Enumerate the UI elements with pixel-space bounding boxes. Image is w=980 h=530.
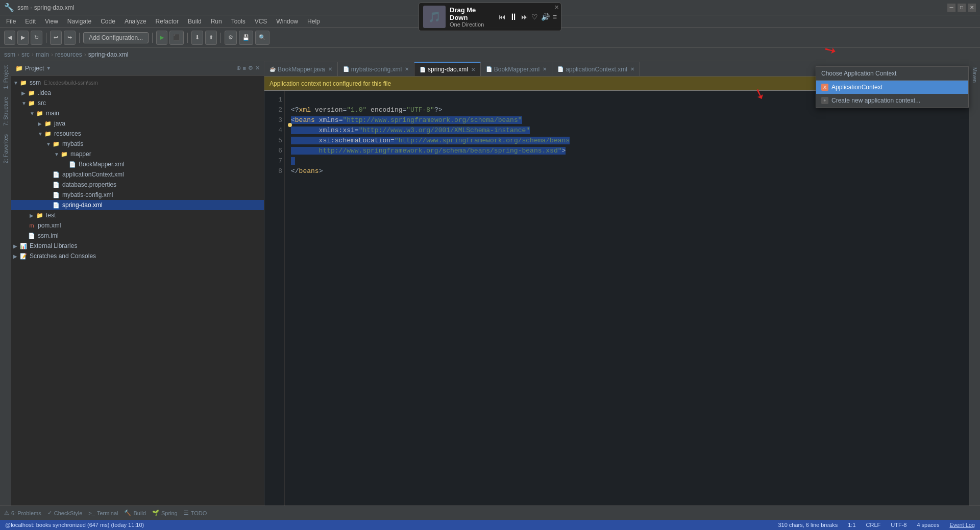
menu-navigate[interactable]: Navigate — [63, 17, 95, 26]
tree-item-pom[interactable]: ▶ m pom.xml — [11, 220, 264, 231]
menu-build[interactable]: Build — [184, 17, 206, 26]
tree-item-idea[interactable]: ▶ 📁 .idea — [11, 88, 264, 98]
menu-run[interactable]: Run — [207, 17, 226, 26]
minimize-button[interactable]: ─ — [947, 4, 955, 12]
code-line-3: xmlns:xsi="http://www.w3.org/2001/XMLSch… — [291, 127, 530, 134]
back-button[interactable]: ◀ — [4, 31, 15, 45]
music-heart-button[interactable]: ♡ — [531, 13, 538, 21]
project-dropdown-icon[interactable]: ▼ — [46, 65, 51, 71]
menu-code[interactable]: Code — [96, 17, 119, 26]
tree-item-mybatis[interactable]: ▼ 📁 mybatis — [11, 139, 264, 149]
tree-item-mybatis-config[interactable]: ▶ 📄 mybatis-config.xml — [11, 190, 264, 200]
tree-item-ext-libs[interactable]: ▶ 📊 External Libraries — [11, 241, 264, 251]
music-menu-button[interactable]: ≡ — [553, 13, 557, 21]
menu-analyze[interactable]: Analyze — [120, 17, 151, 26]
music-next-button[interactable]: ⏭ — [521, 13, 528, 21]
dropdown-item-applicationContext[interactable]: X ApplicationContext — [816, 81, 968, 94]
warning-text: Application context not configured for t… — [270, 80, 391, 87]
tree-item-spring-dao[interactable]: ▶ 📄 spring-dao.xml — [11, 200, 264, 210]
tree-item-appContext[interactable]: ▶ 📄 applicationContext.xml — [11, 169, 264, 180]
tab-close-BookMapper-xml[interactable]: ✕ — [543, 66, 547, 72]
menu-edit[interactable]: Edit — [21, 17, 40, 26]
tree-item-resources[interactable]: ▼ 📁 resources — [11, 129, 264, 139]
menu-refactor[interactable]: Refactor — [152, 17, 183, 26]
breadcrumb-ssm[interactable]: ssm — [4, 51, 15, 58]
tree-label-mapper: mapper — [70, 150, 91, 158]
checkstyle-tab[interactable]: ✓ CheckStyle — [47, 510, 83, 516]
tree-label-ssm-iml: ssm.iml — [38, 232, 59, 239]
menu-tools[interactable]: Tools — [227, 17, 250, 26]
add-configuration-button[interactable]: Add Configuration... — [83, 32, 149, 43]
tree-item-bookMapper-xml[interactable]: ▶ 📄 BookMapper.xml — [11, 159, 264, 169]
maven-panel-label[interactable]: Maven — [972, 63, 977, 87]
tab-BookMapper-xml[interactable]: 📄 BookMapper.xml ✕ — [481, 62, 552, 76]
breadcrumb-resources[interactable]: resources — [55, 51, 82, 58]
spring-tab[interactable]: 🌱 Spring — [152, 510, 178, 516]
debug-button[interactable]: ⬛ — [169, 31, 184, 45]
tab-close-spring-dao[interactable]: ✕ — [471, 67, 475, 72]
vcs-button[interactable]: ⬇ — [191, 31, 203, 45]
music-volume-button[interactable]: 🔊 — [541, 13, 550, 21]
code-content[interactable]: <?xml version="1.0" encoding="UTF-8"?> <… — [285, 91, 969, 506]
dropdown-item-create-new[interactable]: + Create new application context... — [816, 94, 968, 107]
breadcrumb-src[interactable]: src — [21, 51, 30, 58]
folder-icon-mapper: 📁 — [60, 150, 68, 158]
music-close-button[interactable]: ✕ — [554, 4, 559, 11]
close-button[interactable]: ✕ — [968, 4, 976, 12]
menu-file[interactable]: File — [2, 17, 20, 26]
project-locate-button[interactable]: ⊕ — [236, 65, 241, 71]
tab-close-mybatis-config[interactable]: ✕ — [405, 66, 409, 72]
run-button[interactable]: ▶ — [156, 31, 167, 45]
settings-button[interactable]: ⚙ — [225, 31, 237, 45]
tree-item-scratches[interactable]: ▶ 📝 Scratches and Consoles — [11, 251, 264, 261]
undo-button[interactable]: ↩ — [50, 31, 62, 45]
project-settings-button[interactable]: ⚙ — [248, 65, 253, 71]
code-editor: 1 2 3 4 5 6 7 8 <?xml version="1.0" enco… — [264, 91, 969, 506]
todo-tab[interactable]: ☰ TODO — [184, 510, 207, 516]
tree-item-src[interactable]: ▼ 📁 src — [11, 98, 264, 108]
menu-vcs[interactable]: VCS — [251, 17, 272, 26]
breadcrumb-file[interactable]: spring-dao.xml — [88, 51, 129, 58]
tree-item-database-props[interactable]: ▶ 📄 database.properties — [11, 180, 264, 190]
maximize-button[interactable]: □ — [958, 4, 966, 12]
tree-item-mapper[interactable]: ▼ 📁 mapper — [11, 149, 264, 159]
app-logo: 🔧 — [4, 3, 14, 12]
menu-view[interactable]: View — [41, 17, 62, 26]
problems-tab[interactable]: ⚠ 6: Problems — [4, 510, 41, 516]
project-panel-label[interactable]: 1: Project — [3, 65, 9, 89]
search-everywhere-button[interactable]: 🔍 — [255, 31, 270, 45]
event-log-link[interactable]: Event Log — [949, 522, 975, 528]
structure-panel-label[interactable]: 7: Structure — [3, 97, 9, 126]
tab-BookMapper-java[interactable]: ☕ BookMapper.java ✕ — [264, 62, 338, 76]
iml-icon: 📄 — [28, 232, 36, 240]
project-collapse-button[interactable]: ≡ — [243, 65, 246, 71]
tree-item-java[interactable]: ▶ 📁 java — [11, 118, 264, 129]
music-prev-button[interactable]: ⏮ — [499, 13, 506, 21]
project-tree: ▼ 📁 ssm E:\codes\build-ssm\ssm ▶ 📁 .idea… — [11, 75, 264, 506]
tab-close-BookMapper-java[interactable]: ✕ — [328, 66, 332, 72]
tab-applicationContext[interactable]: 📄 applicationContext.xml ✕ — [552, 62, 640, 76]
redo-button[interactable]: ↪ — [64, 31, 76, 45]
save-button[interactable]: 💾 — [239, 31, 253, 45]
tree-item-main[interactable]: ▼ 📁 main — [11, 108, 264, 118]
project-label: Project — [25, 65, 44, 72]
menu-window[interactable]: Window — [272, 17, 302, 26]
tree-item-test[interactable]: ▶ 📁 test — [11, 210, 264, 220]
menu-help[interactable]: Help — [303, 17, 324, 26]
forward-button[interactable]: ▶ — [17, 31, 29, 45]
tree-item-ssm-iml[interactable]: ▶ 📄 ssm.iml — [11, 231, 264, 241]
favorites-panel-label[interactable]: 2: Favorites — [3, 134, 9, 163]
refresh-button[interactable]: ↻ — [31, 31, 42, 45]
terminal-tab[interactable]: >_ Terminal — [88, 510, 118, 516]
project-close-button[interactable]: ✕ — [255, 65, 260, 71]
tab-spring-dao[interactable]: 📄 spring-dao.xml ✕ — [414, 62, 481, 76]
line-number-2: 2 — [266, 105, 282, 115]
vcs-push-button[interactable]: ⬆ — [205, 31, 217, 45]
tab-close-applicationContext[interactable]: ✕ — [630, 66, 634, 72]
status-line-endings: CRLF — [866, 522, 881, 528]
breadcrumb-main[interactable]: main — [36, 51, 49, 58]
tab-mybatis-config[interactable]: 📄 mybatis-config.xml ✕ — [338, 62, 414, 76]
tree-item-ssm[interactable]: ▼ 📁 ssm E:\codes\build-ssm\ssm — [11, 78, 264, 88]
music-play-button[interactable]: ⏸ — [509, 12, 518, 22]
build-tab[interactable]: 🔨 Build — [124, 510, 145, 516]
